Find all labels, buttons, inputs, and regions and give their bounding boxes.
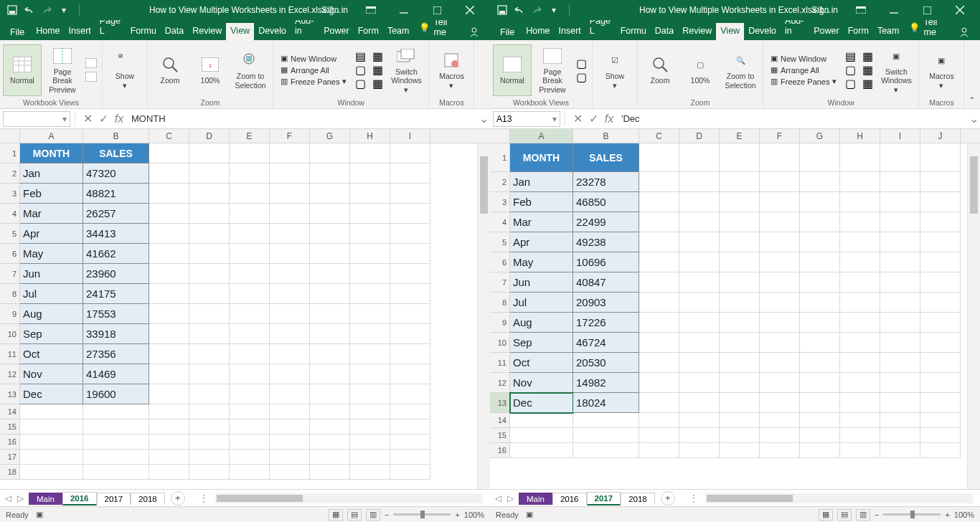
row-header[interactable]: 9 xyxy=(490,313,510,333)
cell[interactable]: Aug xyxy=(510,313,573,333)
row-header[interactable]: 3 xyxy=(0,184,20,204)
cell[interactable] xyxy=(760,443,800,458)
page-break-view-icon[interactable]: ▥ xyxy=(856,509,870,521)
cell[interactable]: 46850 xyxy=(573,192,639,212)
arrange-all-button[interactable]: ▦Arrange All xyxy=(278,65,349,75)
cell[interactable] xyxy=(679,353,720,373)
cell[interactable] xyxy=(840,393,880,413)
col-header-I[interactable]: I xyxy=(390,129,430,143)
cell[interactable] xyxy=(350,419,390,435)
sheet-tab-2018[interactable]: 2018 xyxy=(131,493,165,505)
select-all-corner[interactable] xyxy=(490,129,510,143)
cell[interactable] xyxy=(390,419,430,435)
row-header[interactable]: 4 xyxy=(490,212,510,232)
cell[interactable] xyxy=(390,344,430,364)
horizontal-scrollbar[interactable] xyxy=(215,493,483,503)
new-sheet-button[interactable]: + xyxy=(171,491,185,506)
cell[interactable] xyxy=(149,264,189,284)
custom-views-icon[interactable]: ▢ xyxy=(575,70,588,83)
cell[interactable] xyxy=(189,304,230,324)
qat-customize-icon[interactable]: ▾ xyxy=(56,2,72,18)
cell[interactable] xyxy=(760,143,800,172)
cell[interactable]: 46724 xyxy=(573,333,639,353)
cell[interactable] xyxy=(189,284,230,304)
vertical-scrollbar[interactable] xyxy=(967,143,980,489)
normal-view-button[interactable]: Normal xyxy=(3,44,42,96)
cell[interactable] xyxy=(350,324,390,344)
cell[interactable] xyxy=(880,313,920,333)
tab-form[interactable]: Form xyxy=(844,23,873,40)
cell[interactable] xyxy=(390,324,430,344)
cell[interactable] xyxy=(800,172,840,192)
undo-icon[interactable] xyxy=(22,2,37,18)
col-header-D[interactable]: D xyxy=(189,129,230,143)
tab-view[interactable]: View xyxy=(716,23,744,40)
tab-developer[interactable]: Develo xyxy=(254,23,291,40)
cell[interactable] xyxy=(230,184,270,204)
row-header[interactable]: 12 xyxy=(490,373,510,393)
cell[interactable] xyxy=(880,172,920,192)
sheet-tab-2016[interactable]: 2016 xyxy=(62,492,97,506)
share-icon[interactable] xyxy=(948,26,980,40)
cell[interactable] xyxy=(920,313,961,333)
cell[interactable] xyxy=(83,419,149,435)
row-header[interactable]: 7 xyxy=(0,264,20,284)
col-header-I[interactable]: I xyxy=(880,129,920,143)
cell[interactable]: Oct xyxy=(20,344,83,364)
cell[interactable] xyxy=(189,204,230,224)
tab-file[interactable]: File xyxy=(3,24,32,40)
cell[interactable]: Mar xyxy=(510,212,573,232)
cell[interactable] xyxy=(720,443,760,458)
cell[interactable]: May xyxy=(20,244,83,264)
cell[interactable] xyxy=(679,443,720,458)
cell[interactable] xyxy=(920,293,961,313)
cell[interactable]: 48821 xyxy=(83,184,149,204)
cell[interactable] xyxy=(230,465,270,480)
macros-button[interactable]: ▣Macros▾ xyxy=(922,44,961,96)
cell[interactable] xyxy=(390,204,430,224)
col-header-C[interactable]: C xyxy=(149,129,189,143)
cell[interactable]: MONTH xyxy=(510,143,573,172)
cell[interactable] xyxy=(679,413,720,428)
cell[interactable] xyxy=(270,224,310,244)
collapse-ribbon-icon[interactable]: ⌃ xyxy=(969,95,976,105)
cell[interactable] xyxy=(83,465,149,480)
cell[interactable] xyxy=(310,364,350,384)
col-header-B[interactable]: B xyxy=(83,129,149,143)
cell[interactable] xyxy=(189,184,230,204)
zoom-slider[interactable] xyxy=(393,513,451,516)
tab-home[interactable]: Home xyxy=(522,23,554,40)
cell[interactable] xyxy=(230,404,270,419)
cell[interactable] xyxy=(800,373,840,393)
cell[interactable] xyxy=(270,364,310,384)
cell[interactable] xyxy=(573,428,639,443)
row-header[interactable]: 15 xyxy=(490,428,510,443)
cell[interactable] xyxy=(270,450,310,465)
cancel-icon[interactable]: ✕ xyxy=(570,111,585,127)
cell[interactable] xyxy=(390,244,430,264)
cell[interactable] xyxy=(390,184,430,204)
sheet-tab-main[interactable]: Main xyxy=(519,493,552,505)
cell[interactable] xyxy=(760,373,800,393)
cell[interactable] xyxy=(390,465,430,480)
sheet-nav-next-icon[interactable]: ▷ xyxy=(15,493,26,503)
cell[interactable] xyxy=(920,333,961,353)
cell[interactable] xyxy=(189,465,230,480)
cell[interactable] xyxy=(149,304,189,324)
cell[interactable]: 34413 xyxy=(83,224,149,244)
maximize-button[interactable] xyxy=(423,0,451,20)
freeze-panes-button[interactable]: ▥Freeze Panes▾ xyxy=(278,76,349,87)
zoom-button[interactable]: Zoom xyxy=(641,44,679,96)
macro-record-icon[interactable]: ▣ xyxy=(36,510,43,519)
cell[interactable]: 41662 xyxy=(83,244,149,264)
cell[interactable] xyxy=(390,284,430,304)
cell[interactable] xyxy=(720,172,760,192)
cell[interactable] xyxy=(270,143,310,163)
cell[interactable] xyxy=(800,313,840,333)
cell[interactable] xyxy=(270,324,310,344)
tab-insert[interactable]: Insert xyxy=(65,23,95,40)
cell[interactable] xyxy=(760,212,800,232)
row-header[interactable]: 12 xyxy=(0,364,20,384)
cell[interactable] xyxy=(760,192,800,212)
cell[interactable] xyxy=(679,232,720,252)
